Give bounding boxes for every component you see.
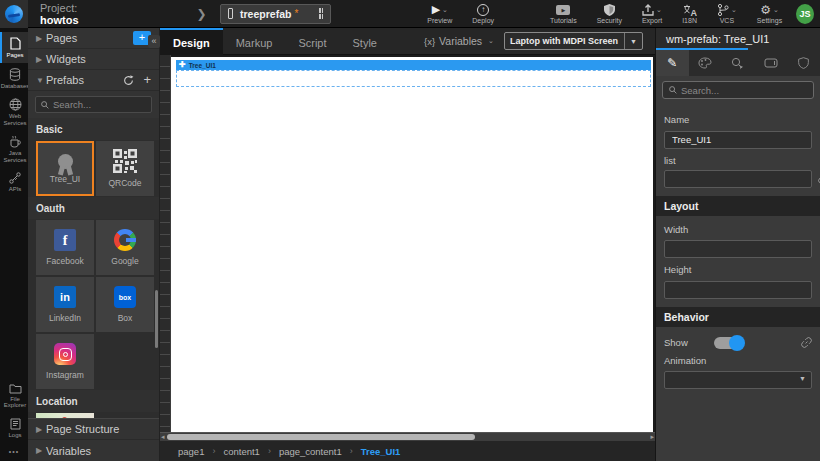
section-prefabs[interactable]: ▼ Prefabs + <box>28 70 159 91</box>
prefab-search-input[interactable] <box>53 99 146 110</box>
rail-item-web-services[interactable]: Web Services <box>0 93 28 130</box>
widget-selection-outline[interactable] <box>176 70 651 87</box>
section-pages[interactable]: ▶ Pages + <box>28 28 159 49</box>
preview-button[interactable]: ▶⌄ Preview <box>427 4 452 24</box>
properties-search-input[interactable] <box>681 85 807 96</box>
layout-section-header: Layout <box>656 196 820 216</box>
section-page-structure[interactable]: ▶ Page Structure <box>28 419 159 440</box>
prefab-card-linkedin[interactable]: in LinkedIn <box>36 277 94 332</box>
height-field[interactable] <box>664 281 812 299</box>
breadcrumb-item-page-content1[interactable]: page_content1 <box>279 446 342 457</box>
settings-button[interactable]: ⚙⌄ Settings <box>757 4 782 24</box>
deploy-button[interactable]: ↑ Deploy <box>472 4 494 24</box>
panel-scrollbar[interactable] <box>155 290 158 348</box>
rail-item-java-services[interactable]: Java Services <box>0 130 28 167</box>
animation-select[interactable] <box>664 371 812 389</box>
breadcrumb-item-tree-ui1[interactable]: Tree_UI1 <box>361 446 401 457</box>
vcs-button[interactable]: ⌄ VCS <box>717 4 737 24</box>
rail-item-logs[interactable]: Logs <box>0 413 28 443</box>
chevron-right-icon: ▶ <box>36 55 46 64</box>
deploy-icon: ↑ <box>477 4 489 16</box>
export-icon <box>642 4 654 16</box>
horizontal-scrollbar[interactable]: ◂ ▸ <box>160 432 655 441</box>
video-icon: ▶ <box>556 5 570 15</box>
variables-button[interactable]: {x} Variables ⌄ <box>424 35 494 47</box>
tab-device[interactable] <box>754 50 787 76</box>
breadcrumb-item-content1[interactable]: content1 <box>223 446 259 457</box>
prefab-card-facebook[interactable]: f Facebook <box>36 220 94 275</box>
rail-item-pages[interactable]: Pages <box>0 32 28 63</box>
coffee-cup-icon <box>9 135 22 148</box>
project-name: howtos <box>40 14 79 26</box>
qrcode-icon <box>113 149 137 173</box>
toggle-knob <box>729 335 745 351</box>
prefab-card-google[interactable]: Google <box>96 220 154 275</box>
selected-widget-bar[interactable]: ✚ Tree_UI1 <box>176 60 651 70</box>
tab-security[interactable] <box>787 50 820 76</box>
properties-panel-title: wm-prefab: Tree_UI1 <box>656 28 820 50</box>
rail-item-apis[interactable]: APIs <box>0 167 28 197</box>
scroll-left-icon[interactable]: ◂ <box>161 433 165 441</box>
box-icon: box <box>114 286 136 308</box>
device-selector[interactable]: Laptop with MDPI Screen ▼ <box>504 32 643 50</box>
breadcrumb-item-page1[interactable]: page1 <box>178 446 204 457</box>
wavemaker-logo[interactable] <box>0 0 28 28</box>
section-variables[interactable]: ▶ Variables <box>28 440 159 461</box>
tab-properties[interactable]: ✎ <box>656 50 689 76</box>
modified-marker: * <box>294 8 298 19</box>
logs-icon <box>10 418 21 430</box>
list-field[interactable] <box>664 170 812 188</box>
design-canvas[interactable]: ✚ Tree_UI1 <box>160 55 655 432</box>
prefab-card-box[interactable]: box Box <box>96 277 154 332</box>
scrollbar-thumb[interactable] <box>167 434 475 440</box>
prefab-card-tree-ui[interactable]: Tree_UI <box>36 141 94 196</box>
add-prefab-icon[interactable]: + <box>143 74 151 86</box>
show-toggle[interactable] <box>714 337 744 349</box>
refresh-icon[interactable] <box>123 75 134 86</box>
width-field[interactable] <box>664 240 812 258</box>
folder-icon <box>9 383 22 394</box>
export-button[interactable]: ⌄ Export <box>642 4 662 24</box>
search-icon <box>669 86 677 94</box>
chevron-right-icon: ▶ <box>36 34 46 43</box>
grid-view-icon[interactable] <box>319 8 323 19</box>
google-icon <box>114 229 136 251</box>
tutorials-button[interactable]: ▶ Tutorials <box>550 4 577 24</box>
tab-markup[interactable]: Markup <box>223 28 286 55</box>
palette-icon <box>698 57 712 69</box>
properties-search[interactable] <box>662 81 814 99</box>
tab-script[interactable]: Script <box>285 28 339 55</box>
name-field[interactable] <box>664 131 812 149</box>
tab-styles[interactable] <box>689 50 722 76</box>
chevron-down-icon: ⌄ <box>488 37 494 45</box>
svg-text:A: A <box>690 7 697 16</box>
more-menu-button[interactable]: ••• <box>0 442 28 461</box>
i18n-translate-icon: A <box>683 4 697 16</box>
prefab-search[interactable] <box>35 96 152 113</box>
section-widgets[interactable]: ▶ Widgets <box>28 49 159 70</box>
i18n-button[interactable]: A I18N <box>682 4 697 24</box>
open-file-tab[interactable]: treeprefab * <box>220 4 331 24</box>
rail-item-file-explorer[interactable]: File Explorer <box>0 378 28 413</box>
wavemaker-logo-icon <box>5 5 23 23</box>
file-name: treeprefab <box>240 8 291 20</box>
canvas-page[interactable]: ✚ Tree_UI1 <box>171 57 653 432</box>
group-title-basic: Basic <box>28 118 159 140</box>
pencil-icon: ✎ <box>667 56 677 70</box>
collapse-left-panel-icon[interactable]: « <box>148 35 160 48</box>
prefab-card-instagram[interactable]: Instagram <box>36 334 94 389</box>
user-avatar[interactable]: JS <box>796 4 814 24</box>
tab-design[interactable]: Design <box>160 28 223 55</box>
variables-icon: {x} <box>424 36 435 47</box>
prefab-card-location-map[interactable] <box>36 413 94 418</box>
cursor-click-icon <box>731 57 744 70</box>
bind-link-icon[interactable] <box>801 337 812 348</box>
tab-style[interactable]: Style <box>340 28 390 55</box>
prefab-card-qrcode[interactable]: QRCode <box>96 141 154 196</box>
document-icon <box>228 8 233 19</box>
tab-events[interactable] <box>722 50 755 76</box>
security-button[interactable]: Security <box>597 4 622 24</box>
artifacts-panel: ▶ Pages + ▶ Widgets ▼ Prefabs + <box>28 28 160 461</box>
rail-item-databases[interactable]: Databases <box>0 63 28 94</box>
scroll-right-icon[interactable]: ▸ <box>650 433 654 441</box>
